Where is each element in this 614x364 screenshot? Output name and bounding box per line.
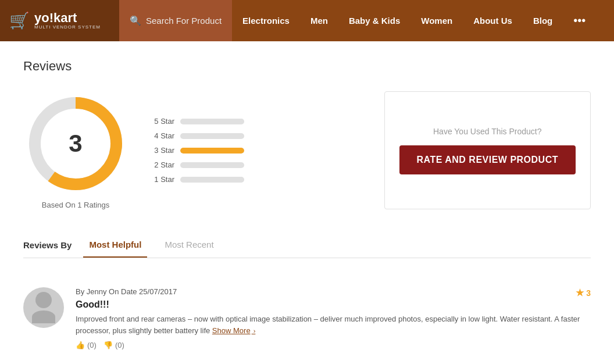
tab-most-recent[interactable]: Most Recent (159, 233, 219, 258)
tabs-area: Reviews By Most Helpful Most Recent (23, 233, 591, 258)
bar-track-1 (180, 177, 244, 183)
review-by-date: By Jenny On Date 25/07/2017 (76, 287, 177, 296)
review-content: By Jenny On Date 25/07/2017 ★ 3 Good!!! … (76, 287, 591, 349)
show-more-arrow: › (252, 327, 256, 334)
logo-icon: 🛒 (9, 11, 30, 30)
star-label-1: 1 Star (151, 175, 174, 184)
bar-track-3 (180, 148, 244, 154)
review-rating-number: 3 (586, 288, 591, 298)
main-content: Reviews 3 Based On 1 Ratings 5 Star (0, 41, 614, 364)
header: 🛒 yo!kart MULTI VENDOR SYSTEM 🔍 Search F… (0, 0, 614, 41)
rate-box-question: Have You Used This Product? (433, 127, 542, 136)
thumbs-down-icon: 👎 (103, 341, 113, 349)
rating-donut-wrapper: 3 Based On 1 Ratings (23, 91, 128, 209)
bar-track-5 (180, 119, 244, 124)
review-title: Good!!! (76, 299, 591, 310)
star-label-3: 3 Star (151, 146, 174, 155)
reviewer-avatar (23, 287, 64, 328)
tab-most-helpful[interactable]: Most Helpful (83, 233, 147, 258)
reviews-title: Reviews (23, 59, 591, 74)
star-bars: 5 Star 4 Star 3 Star 2 Star (151, 91, 244, 209)
nav-item-blog[interactable]: Blog (523, 0, 563, 41)
nav-item-electronics[interactable]: Electronics (232, 0, 300, 41)
nav-item-women[interactable]: Women (410, 0, 463, 41)
rate-review-button[interactable]: RATE AND REVIEW PRODUCT (399, 145, 576, 174)
nav-item-men[interactable]: Men (300, 0, 338, 41)
search-icon: 🔍 (130, 15, 141, 26)
logo-sub-text: MULTI VENDOR SYSTEM (34, 24, 101, 30)
review-actions: 👍 (0) 👎 (0) (76, 341, 591, 349)
logo-main-text: yo!kart (34, 12, 101, 24)
nav-item-baby-kids[interactable]: Baby & Kids (338, 0, 410, 41)
nav-bar: Electronics Men Baby & Kids Women About … (232, 0, 614, 41)
thumbs-up-icon: 👍 (76, 341, 85, 349)
rating-donut: 3 (23, 91, 128, 196)
star-row-4: 4 Star (151, 131, 244, 140)
show-more-link[interactable]: Show More › (212, 326, 255, 335)
review-rating: ★ 3 (576, 287, 591, 298)
star-row-1: 1 Star (151, 175, 244, 184)
star-label-5: 5 Star (151, 117, 174, 126)
donut-rating-number: 3 (69, 130, 82, 158)
thumbs-up-button[interactable]: 👍 (0) (76, 341, 97, 349)
thumbs-down-button[interactable]: 👎 (0) (103, 341, 124, 349)
thumbs-up-count: (0) (87, 341, 97, 349)
review-text: Improved front and rear cameras – now wi… (76, 313, 591, 336)
star-row-5: 5 Star (151, 117, 244, 126)
star-label-2: 2 Star (151, 160, 174, 169)
review-item: By Jenny On Date 25/07/2017 ★ 3 Good!!! … (23, 276, 591, 361)
bar-track-2 (180, 162, 244, 168)
bar-track-4 (180, 133, 244, 139)
star-row-3: 3 Star (151, 146, 244, 155)
based-on-label: Based On 1 Ratings (23, 201, 128, 209)
logo[interactable]: 🛒 yo!kart MULTI VENDOR SYSTEM (0, 0, 119, 41)
rate-review-box: Have You Used This Product? RATE AND REV… (384, 91, 591, 209)
star-filled-icon: ★ (576, 287, 584, 298)
reviews-by-label: Reviews By (23, 233, 72, 257)
nav-more-dots[interactable]: ••• (563, 0, 596, 41)
thumbs-down-count: (0) (115, 341, 124, 349)
nav-item-about-us[interactable]: About Us (463, 0, 523, 41)
reviews-summary: 3 Based On 1 Ratings 5 Star 4 Star 3 Sta… (23, 91, 591, 209)
review-meta: By Jenny On Date 25/07/2017 ★ 3 (76, 287, 591, 299)
search-area[interactable]: 🔍 Search For Product (119, 0, 232, 41)
search-placeholder: Search For Product (146, 16, 222, 26)
star-label-4: 4 Star (151, 131, 174, 140)
star-row-2: 2 Star (151, 160, 244, 169)
